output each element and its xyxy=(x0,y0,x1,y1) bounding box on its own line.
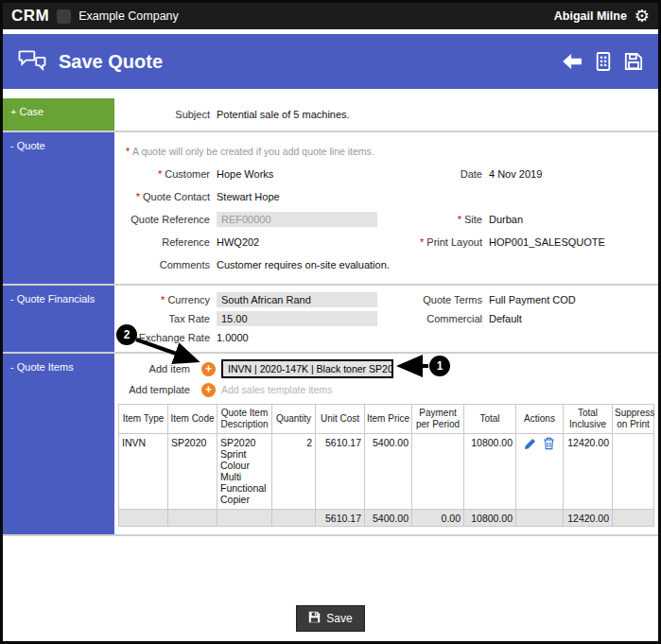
subject-value: Potential sale of 5 machines. xyxy=(217,105,654,124)
save-button[interactable]: Save xyxy=(296,605,364,632)
col-total: Total xyxy=(464,405,516,434)
section-toggle-case[interactable]: + Case xyxy=(3,98,114,131)
quote-contact-label: * Quote Contact xyxy=(118,185,217,208)
callout-1: 1 xyxy=(429,356,450,376)
crm-window: CRM Example Company Abigail Milne ⚙ Save… xyxy=(0,0,661,644)
quote-reference-value: REF00000 xyxy=(217,208,402,231)
print-layout-label: * Print Layout xyxy=(402,231,489,253)
cell-total-inclusive: 12420.00 xyxy=(564,434,613,510)
required-marker: * xyxy=(126,146,130,157)
cell-item-type: INVN xyxy=(119,434,168,510)
required-marker: * xyxy=(158,168,162,180)
label-text: Customer xyxy=(165,168,210,180)
required-marker: * xyxy=(161,294,165,305)
footer-bar: Save xyxy=(3,605,658,641)
crm-logo: CRM xyxy=(11,7,49,26)
required-marker: * xyxy=(458,214,461,225)
quote-terms-value: Full Payment COD xyxy=(489,290,654,309)
cell-suppress xyxy=(613,434,654,510)
section-toggle-quote[interactable]: - Quote xyxy=(3,132,114,284)
quote-items-table: Item Type Item Code Quote Item Descripti… xyxy=(118,404,654,527)
settings-gear-icon[interactable]: ⚙ xyxy=(635,8,650,25)
col-item-price: Item Price xyxy=(365,405,412,434)
sum-total-inclusive: 12420.00 xyxy=(564,510,613,527)
col-total-inclusive: Total Inclusive xyxy=(564,405,613,434)
comments-value: Customer requires on-site evaluation. xyxy=(217,253,402,276)
cell-quantity: 2 xyxy=(272,434,316,510)
plus-glyph: + xyxy=(205,363,212,374)
print-layout-value: HOP001_SALESQUOTE xyxy=(489,231,654,253)
currency-value: South African Rand xyxy=(217,290,402,309)
page-title: Save Quote xyxy=(59,51,163,73)
section-toggle-quote-financials[interactable]: - Quote Financials xyxy=(3,286,114,352)
tax-rate-field: 15.00 xyxy=(217,311,377,326)
summary-row: 5610.17 5400.00 0.00 10800.00 12420.00 xyxy=(119,510,654,527)
reference-value: HWQ202 xyxy=(217,231,402,253)
top-bar: CRM Example Company Abigail Milne ⚙ xyxy=(3,3,658,29)
form-sections: + Case Subject Potential sale of 5 machi… xyxy=(3,98,658,536)
commercial-value: Default xyxy=(489,309,654,328)
chat-bubbles-icon xyxy=(18,49,46,74)
page-header: Save Quote xyxy=(3,34,658,89)
user-name[interactable]: Abigail Milne xyxy=(554,9,627,23)
sum-item-price: 5400.00 xyxy=(365,510,412,527)
edit-pencil-icon[interactable] xyxy=(524,438,536,452)
quote-contact-value: Stewart Hope xyxy=(217,185,402,208)
commercial-label: Commercial xyxy=(402,309,489,328)
site-label: * Site xyxy=(402,208,489,231)
col-quantity: Quantity xyxy=(272,405,316,434)
add-template-label: Add template xyxy=(118,384,196,395)
col-unit-cost: Unit Cost xyxy=(316,405,365,434)
required-marker: * xyxy=(136,191,140,202)
save-button-label: Save xyxy=(326,612,352,625)
table-header-row: Item Type Item Code Quote Item Descripti… xyxy=(119,405,654,434)
save-floppy-icon xyxy=(308,611,321,626)
cell-payment-per-period xyxy=(412,434,464,510)
notice-text: A quote will only be created if you add … xyxy=(132,146,374,157)
label-text: Quote Contact xyxy=(143,191,210,202)
exchange-rate-value: 1.0000 xyxy=(217,328,402,347)
cell-unit-cost: 5610.17 xyxy=(316,434,365,510)
add-item-select[interactable]: INVN | 2020-147K | Black toner SP2020 xyxy=(221,359,393,378)
plus-glyph: + xyxy=(205,384,212,395)
add-template-row: Add template + Add sales template items xyxy=(118,379,654,400)
label-text: Exchange Rate xyxy=(139,332,210,343)
date-value: 4 Nov 2019 xyxy=(489,163,654,185)
save-icon[interactable] xyxy=(624,52,643,71)
cell-actions xyxy=(516,434,564,510)
add-item-label: Add item xyxy=(118,363,196,374)
date-label: Date xyxy=(402,163,489,185)
sum-total: 10800.00 xyxy=(464,510,516,527)
reference-label: Reference xyxy=(118,231,217,253)
required-marker: * xyxy=(420,236,424,248)
cell-item-code: SP2020 xyxy=(168,434,217,510)
comments-label: Comments xyxy=(118,253,217,276)
col-item-code: Item Code xyxy=(168,405,217,434)
label-text: Site xyxy=(464,214,482,225)
cell-description: SP2020 Sprint Colour Multi Functional Co… xyxy=(217,434,272,510)
sum-unit-cost: 5610.17 xyxy=(316,510,365,527)
building-icon[interactable] xyxy=(595,51,612,72)
customer-label: * Customer xyxy=(118,163,217,185)
site-value: Durban xyxy=(489,208,654,231)
add-item-row: Add item + INVN | 2020-147K | Black tone… xyxy=(118,358,654,379)
delete-trash-icon[interactable] xyxy=(543,437,555,452)
logo-mark xyxy=(57,9,71,24)
col-item-type: Item Type xyxy=(119,405,168,434)
add-template-plus-icon[interactable]: + xyxy=(201,383,216,397)
callout-2: 2 xyxy=(116,324,137,345)
tax-rate-value: 15.00 xyxy=(217,309,402,328)
add-template-select[interactable]: Add sales template items xyxy=(221,384,332,395)
quote-terms-label: Quote Terms xyxy=(402,290,489,309)
section-toggle-quote-items[interactable]: - Quote Items xyxy=(3,354,114,534)
subject-label: Subject xyxy=(118,105,217,124)
col-actions: Actions xyxy=(516,405,564,434)
quote-notice: * A quote will only be created if you ad… xyxy=(118,140,654,163)
section-case: + Case Subject Potential sale of 5 machi… xyxy=(3,98,658,132)
col-description: Quote Item Description xyxy=(217,405,272,434)
back-arrow-icon[interactable] xyxy=(562,53,583,70)
add-item-plus-icon[interactable]: + xyxy=(201,362,216,376)
col-payment-per-period: Payment per Period xyxy=(412,405,464,434)
label-text: Currency xyxy=(167,294,210,305)
sum-payment-per-period: 0.00 xyxy=(412,510,464,527)
